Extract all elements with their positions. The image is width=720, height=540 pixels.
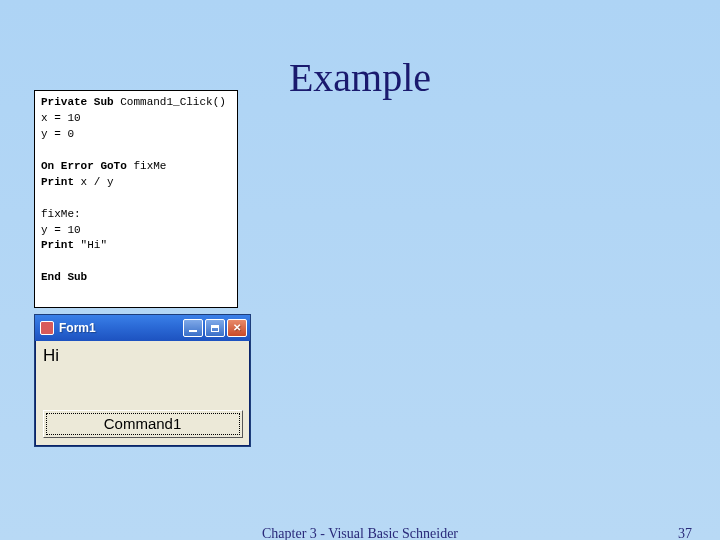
maximize-icon <box>211 325 219 332</box>
kw-onerror: On Error GoTo <box>41 160 127 172</box>
kw-end-sub: End Sub <box>41 271 87 283</box>
kw-private-sub: Private Sub <box>41 96 114 108</box>
app-icon <box>40 321 54 335</box>
output-text: Hi <box>39 344 246 410</box>
titlebar[interactable]: Form1 ✕ <box>35 315 250 341</box>
form-client-area: Hi Command1 <box>35 341 250 446</box>
kw-print: Print <box>41 176 74 188</box>
code-text: x = 10 <box>41 112 81 124</box>
page-number: 37 <box>678 526 692 540</box>
code-text: "Hi" <box>74 239 107 251</box>
code-panel: Private Sub Command1_Click() x = 10 y = … <box>34 90 238 308</box>
code-text: Command1_Click() <box>114 96 226 108</box>
code-text: fixMe: <box>41 208 81 220</box>
close-button[interactable]: ✕ <box>227 319 247 337</box>
code-text: y = 0 <box>41 128 74 140</box>
code-text: x / y <box>74 176 114 188</box>
footer-text: Chapter 3 - Visual Basic Schneider <box>0 526 720 540</box>
minimize-icon <box>189 330 197 332</box>
close-icon: ✕ <box>233 323 241 333</box>
window-controls: ✕ <box>183 319 247 337</box>
command1-button[interactable]: Command1 <box>43 410 243 438</box>
kw-print: Print <box>41 239 74 251</box>
code-text: y = 10 <box>41 224 81 236</box>
minimize-button[interactable] <box>183 319 203 337</box>
window-title: Form1 <box>59 321 183 335</box>
form-window: Form1 ✕ Hi Command1 <box>34 314 251 447</box>
code-text: fixMe <box>127 160 167 172</box>
maximize-button[interactable] <box>205 319 225 337</box>
